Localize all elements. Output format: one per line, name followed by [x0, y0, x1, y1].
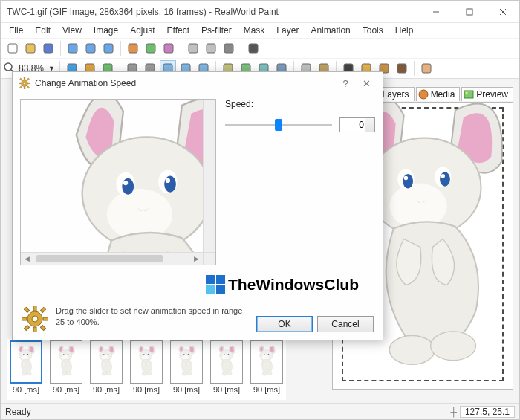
help-arrow-button[interactable]	[245, 40, 261, 56]
redo2-icon	[103, 42, 114, 54]
svg-point-37	[4, 63, 12, 71]
menu-help[interactable]: Help	[390, 25, 419, 36]
menu-layer[interactable]: Layer	[271, 25, 304, 36]
save-button[interactable]	[40, 40, 56, 56]
brush-button[interactable]	[160, 40, 177, 56]
toolbar-main	[1, 38, 519, 58]
speed-value-input[interactable]: 0	[339, 117, 375, 132]
redo2-button[interactable]	[100, 40, 117, 56]
grid2-icon	[205, 42, 217, 54]
tool-brush2-button[interactable]	[394, 60, 410, 77]
dialog-close-button[interactable]: ✕	[356, 75, 377, 91]
svg-rect-35	[224, 44, 233, 53]
crop-button[interactable]	[221, 40, 237, 56]
svg-point-60	[466, 92, 468, 94]
menu-mask[interactable]: Mask	[238, 25, 270, 36]
change-animation-speed-dialog: Change Animation Speed ? ✕ ◀ ▶ Speed:	[12, 71, 383, 340]
menu-file[interactable]: File	[4, 25, 28, 36]
undo-dd-button[interactable]	[65, 40, 81, 56]
svg-rect-24	[8, 44, 17, 53]
preview-icon	[464, 89, 474, 100]
grid1-button[interactable]	[185, 40, 201, 56]
speed-slider[interactable]	[225, 117, 332, 133]
brush-icon	[163, 42, 175, 54]
new-button[interactable]	[4, 40, 21, 56]
frame-label: 90 [ms]	[253, 385, 280, 394]
frame-1[interactable]: 90 [ms]	[48, 340, 84, 398]
user-icon	[420, 62, 432, 74]
watermark-logo-icon	[204, 274, 227, 296]
new-icon	[7, 42, 19, 54]
copy-icon	[145, 42, 157, 54]
animation-frames-strip: 90 [ms]90 [ms]90 [ms]90 [ms]90 [ms]90 [m…	[7, 339, 286, 400]
svg-rect-21	[467, 9, 472, 15]
dialog-hint: Drag the slider to set new animation spe…	[56, 306, 249, 328]
status-text: Ready	[5, 407, 31, 417]
svg-rect-57	[422, 64, 431, 73]
frame-4[interactable]: 90 [ms]	[169, 340, 204, 398]
frame-label: 90 [ms]	[173, 385, 200, 394]
dialog-help-button[interactable]: ?	[335, 75, 356, 91]
hint-gear-icon	[22, 306, 48, 332]
svg-rect-31	[146, 44, 155, 53]
frame-5[interactable]: 90 [ms]	[209, 340, 244, 398]
frame-label: 90 [ms]	[213, 385, 240, 394]
scroll-right-icon[interactable]: ▶	[190, 253, 203, 265]
menu-animation[interactable]: Animation	[305, 25, 355, 36]
titlebar: TWC-1.gif (GIF Image, 286x364 pixels, 16…	[1, 1, 519, 23]
dialog-preview: ◀ ▶	[20, 99, 216, 265]
maximize-button[interactable]	[452, 1, 486, 23]
window-title: TWC-1.gif (GIF Image, 286x364 pixels, 16…	[7, 7, 419, 17]
frame-3[interactable]: 90 [ms]	[129, 340, 164, 398]
minimize-button[interactable]	[419, 1, 452, 23]
frame-2[interactable]: 90 [ms]	[88, 340, 124, 398]
svg-rect-34	[207, 44, 215, 53]
tab-media[interactable]: Media	[416, 87, 461, 101]
frame-label: 90 [ms]	[93, 385, 120, 394]
dialog-titlebar[interactable]: Change Animation Speed ? ✕	[13, 72, 383, 94]
paste-icon	[127, 42, 139, 54]
save-icon	[42, 42, 54, 54]
copy-button[interactable]	[143, 40, 159, 56]
cancel-button[interactable]: Cancel	[317, 316, 374, 332]
redo-icon	[85, 42, 97, 54]
frame-label: 90 [ms]	[13, 385, 39, 394]
tab-preview[interactable]: Preview	[461, 87, 513, 101]
ok-button[interactable]: OK	[256, 316, 313, 332]
menu-edit[interactable]: Edit	[30, 25, 56, 36]
grid2-button[interactable]	[203, 40, 219, 56]
tool-user-button[interactable]	[418, 60, 435, 77]
menu-effect[interactable]: Effect	[162, 25, 195, 36]
svg-rect-27	[68, 44, 77, 53]
dialog-preview-image	[21, 100, 204, 253]
svg-rect-30	[129, 44, 137, 53]
menu-adjust[interactable]: Adjust	[125, 25, 160, 36]
menu-image[interactable]: Image	[88, 25, 123, 36]
svg-rect-25	[26, 44, 35, 53]
paste-button[interactable]	[125, 40, 141, 56]
frame-6[interactable]: 90 [ms]	[249, 340, 285, 398]
menubar: FileEditViewImageAdjustEffectPs-filterMa…	[1, 23, 519, 38]
open-button[interactable]	[22, 40, 39, 56]
scroll-left-icon[interactable]: ◀	[21, 253, 33, 265]
frame-0[interactable]: 90 [ms]	[8, 340, 44, 398]
grid1-icon	[187, 42, 199, 54]
media-icon	[418, 89, 429, 100]
svg-rect-29	[104, 44, 113, 53]
dialog-preview-vscroll[interactable]	[203, 100, 215, 252]
menu-ps-filter[interactable]: Ps-filter	[196, 25, 237, 36]
watermark: TheWindowsClub	[204, 274, 359, 296]
close-button[interactable]	[486, 1, 519, 23]
open-icon	[25, 42, 36, 54]
frame-label: 90 [ms]	[133, 385, 160, 394]
dialog-gear-icon	[19, 77, 30, 89]
cursor-coordinates: 127.5, 25.1	[460, 406, 515, 418]
svg-rect-36	[249, 44, 258, 53]
menu-view[interactable]: View	[57, 25, 87, 36]
menu-tools[interactable]: Tools	[357, 25, 389, 36]
svg-rect-28	[86, 44, 95, 53]
dialog-preview-hscroll[interactable]: ◀ ▶	[21, 252, 203, 265]
svg-point-58	[419, 90, 428, 99]
watermark-text: TheWindowsClub	[228, 276, 359, 294]
redo-button[interactable]	[82, 40, 99, 56]
